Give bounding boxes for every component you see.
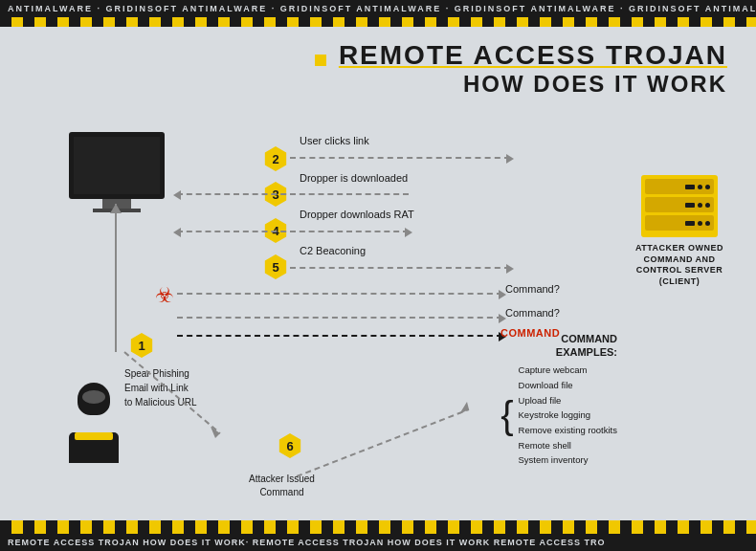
server-dot-5 [698,221,702,226]
arrow-step-2 [290,157,510,159]
bottom-stripe [0,520,756,534]
server-label: ATTACKER OWNEDCOMMAND ANDCONTROL SERVER(… [622,243,737,288]
arrow-command-q1 [177,293,502,295]
server-dot-3 [698,203,702,208]
server-box [641,175,718,237]
server-row-2 [645,197,714,212]
server-dot-1 [698,185,702,189]
badge-step-1: 1 [129,333,154,358]
attacker-laptop [75,432,113,440]
monitor-screen [74,137,160,194]
up-arrow [115,204,117,352]
command-examples: COMMANDEXAMPLES: { Capture webcam Downlo… [500,332,617,468]
title-main-line: REMOTE ACCESS TROJAN [0,40,727,71]
arrow-command-q2 [177,317,502,319]
main-content: REMOTE ACCESS TROJAN HOW DOES IT WORK 1 … [0,27,756,520]
label-step-2: User clicks link [300,135,369,146]
top-stripe [0,17,756,27]
server-area: ATTACKER OWNEDCOMMAND ANDCONTROL SERVER(… [622,175,737,288]
response-command-q1: Command? [505,283,560,295]
title-sub: HOW DOES IT WORK [0,71,727,98]
svg-marker-3 [459,402,469,414]
attacker-body [69,432,119,463]
arrow-step-4-left [177,231,409,232]
title-main: REMOTE ACCESS TROJAN [339,40,727,70]
attacker-area [69,383,119,463]
server-rect-2 [685,203,695,208]
brace-container: { Capture webcam Download file Upload fi… [500,363,617,468]
server-rect-3 [685,221,695,226]
server-dot-6 [705,221,710,226]
biohazard-icon: ☣ [155,283,174,308]
badge-step-2: 2 [263,146,288,171]
command-examples-title: COMMANDEXAMPLES: [500,332,617,360]
response-command-q2: Command? [505,307,560,319]
badge-step-6: 6 [278,433,302,458]
title-area: REMOTE ACCESS TROJAN HOW DOES IT WORK [0,27,756,105]
server-row-1 [645,179,714,194]
brace-symbol: { [500,363,513,468]
attacker-figure [69,383,119,463]
computer-icon [69,132,165,212]
server-dot-2 [705,185,710,189]
arrow-step-4-right [404,231,409,232]
command-list: Capture webcam Download file Upload file… [519,363,617,468]
label-step-6: Attacker IssuedCommand [249,473,315,499]
label-step-3: Dropper is downloaded [300,172,408,184]
arrow-command-answer [177,335,502,337]
monitor [69,132,165,199]
svg-marker-1 [211,427,220,438]
label-step-5: C2 Beaconing [300,245,366,256]
arrow-step-5 [290,267,510,269]
top-banner: ANTIMALWARE · GRIDINSOFT ANTIMALWARE · G… [0,0,756,17]
spear-phishing-label: Spear PhishingEmail with Linkto Maliciou… [124,366,197,409]
attacker-head [78,383,110,415]
title-accent-box [315,55,326,66]
label-step-4: Dropper downloads RAT [300,209,414,220]
server-rect-1 [685,185,695,189]
badge-step-5: 5 [263,254,288,279]
server-dot-4 [705,203,710,208]
arrow-step-3 [177,193,409,195]
bottom-banner: REMOTE ACCESS TROJAN HOW DOES IT WORK· R… [0,534,756,551]
server-row-3 [645,215,714,231]
attacker-face [82,390,105,404]
svg-line-2 [297,409,469,476]
